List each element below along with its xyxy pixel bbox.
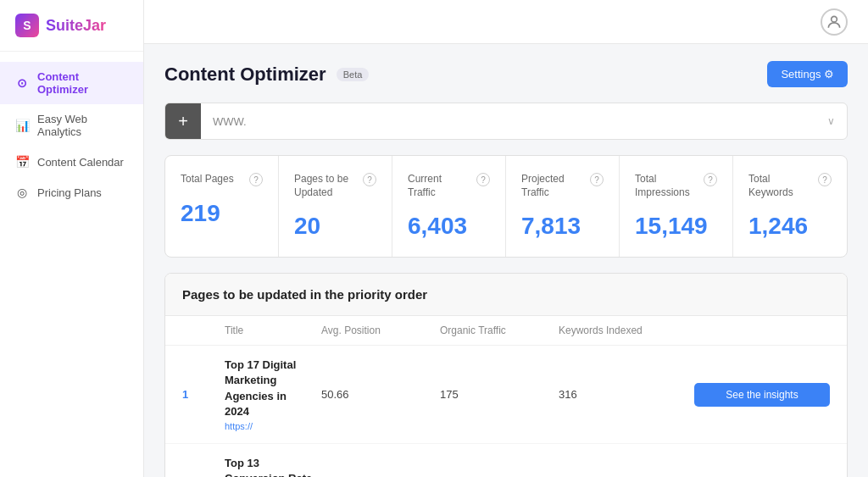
priority-section: Pages to be updated in the priority orde… <box>164 273 848 477</box>
info-icon[interactable]: ? <box>590 173 604 186</box>
beta-badge: Beta <box>337 68 370 81</box>
sidebar-item-easy-web-analytics[interactable]: 📊 Easy Web Analytics <box>0 104 143 147</box>
col-action <box>694 324 830 336</box>
stat-current-traffic: Current Traffic ? 6,403 <box>392 156 506 257</box>
logo-area: S SuiteJar <box>0 0 143 52</box>
sidebar-item-label: Content Optimizer <box>37 70 128 96</box>
stat-total-pages: Total Pages ? 219 <box>165 156 279 257</box>
table-header: Title Avg. Position Organic Traffic Keyw… <box>165 316 847 346</box>
stat-value: 6,403 <box>408 213 490 240</box>
logo-icon: S <box>15 14 39 37</box>
stat-label: Projected Traffic <box>521 173 585 199</box>
svg-point-0 <box>832 16 837 22</box>
row-number: 1 <box>182 388 216 401</box>
priority-table: Title Avg. Position Organic Traffic Keyw… <box>165 316 847 477</box>
easy-web-analytics-icon: 📊 <box>15 119 29 132</box>
row-keywords-indexed: 316 <box>559 388 686 401</box>
content-optimizer-icon: ⊙ <box>15 76 29 90</box>
stat-label: Total Pages <box>181 173 234 186</box>
page-title-area: Content Optimizer Beta <box>164 64 369 86</box>
user-avatar[interactable] <box>821 8 848 36</box>
stat-value: 1,246 <box>748 213 832 240</box>
stats-grid: Total Pages ? 219 Pages to be Updated ? … <box>164 155 848 258</box>
stat-total-keywords: Total Keywords ? 1,246 <box>733 156 847 257</box>
col-organic-traffic: Organic Traffic <box>440 324 550 336</box>
stat-value: 20 <box>294 213 376 240</box>
stat-label: Total Impressions <box>635 173 698 199</box>
col-keywords-indexed: Keywords Indexed <box>559 324 686 336</box>
sidebar: S SuiteJar ⊙ Content Optimizer 📊 Easy We… <box>0 0 144 477</box>
settings-button[interactable]: Settings ⚙ <box>767 61 848 87</box>
stat-pages-to-be-updated: Pages to be Updated ? 20 <box>279 156 392 257</box>
stat-label: Current Traffic <box>408 173 471 199</box>
stat-value: 219 <box>181 200 263 227</box>
info-icon[interactable]: ? <box>249 173 263 186</box>
table-row: 1 Top 17 Digital Marketing Agencies in 2… <box>165 346 847 444</box>
stat-value: 7,813 <box>521 213 604 240</box>
content-calendar-icon: 📅 <box>15 155 29 169</box>
sidebar-item-pricing-plans[interactable]: ◎ Pricing Plans <box>0 177 143 208</box>
row-avg-position: 50.66 <box>321 388 431 401</box>
sidebar-item-label: Content Calendar <box>37 156 124 169</box>
add-url-button[interactable]: + <box>165 103 201 139</box>
info-icon[interactable]: ? <box>704 173 717 186</box>
stat-label: Pages to be Updated <box>294 173 358 199</box>
url-bar: + WWW. ∨ <box>164 103 848 140</box>
url-text: WWW. <box>213 115 247 128</box>
col-title: Title <box>225 324 313 336</box>
row-title: Top 17 Digital Marketing Agencies in 202… <box>225 358 313 419</box>
info-icon[interactable]: ? <box>476 173 490 186</box>
sidebar-item-content-calendar[interactable]: 📅 Content Calendar <box>0 147 143 177</box>
chevron-down-icon: ∨ <box>827 115 835 127</box>
info-icon[interactable]: ? <box>818 173 832 186</box>
row-title-cell: Top 17 Digital Marketing Agencies in 202… <box>225 358 313 431</box>
row-title: Top 13 Conversion Rate Optimization Agen… <box>225 456 313 477</box>
url-selector[interactable]: WWW. ∨ <box>201 115 847 128</box>
main-content: Content Optimizer Beta Settings ⚙ + WWW.… <box>144 0 868 477</box>
table-row: 2 Top 13 Conversion Rate Optimization Ag… <box>165 444 847 477</box>
page-content: Content Optimizer Beta Settings ⚙ + WWW.… <box>144 44 868 477</box>
col-avg-position: Avg. Position <box>321 324 431 336</box>
stat-total-impressions: Total Impressions ? 15,149 <box>620 156 733 257</box>
col-num <box>182 324 216 336</box>
page-title: Content Optimizer <box>164 64 326 86</box>
sidebar-item-label: Pricing Plans <box>37 186 102 199</box>
stat-value: 15,149 <box>635 213 717 240</box>
pricing-plans-icon: ◎ <box>15 186 29 199</box>
row-organic-traffic: 175 <box>440 388 550 401</box>
nav-menu: ⊙ Content Optimizer 📊 Easy Web Analytics… <box>0 52 143 477</box>
row-title-cell: Top 13 Conversion Rate Optimization Agen… <box>225 456 313 477</box>
logo-text: SuiteJar <box>46 17 106 35</box>
page-header: Content Optimizer Beta Settings ⚙ <box>164 61 848 87</box>
stat-label: Total Keywords <box>748 173 813 199</box>
topbar <box>144 0 868 44</box>
sidebar-item-content-optimizer[interactable]: ⊙ Content Optimizer <box>0 62 143 104</box>
stat-projected-traffic: Projected Traffic ? 7,813 <box>506 156 620 257</box>
row-url: https:// <box>225 421 313 431</box>
priority-header: Pages to be updated in the priority orde… <box>165 274 847 316</box>
see-insights-button-1[interactable]: See the insights <box>694 383 830 407</box>
info-icon[interactable]: ? <box>363 173 376 186</box>
sidebar-item-label: Easy Web Analytics <box>37 113 128 138</box>
